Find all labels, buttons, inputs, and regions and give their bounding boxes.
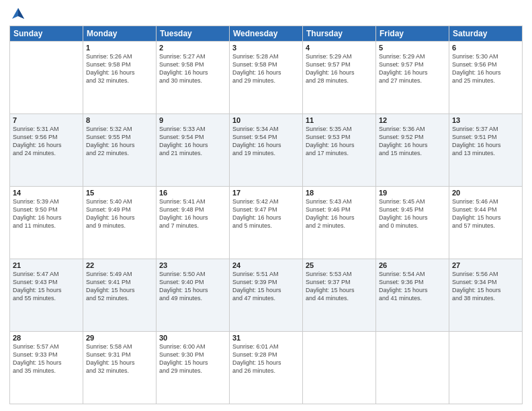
day-info: Sunrise: 5:41 AM Sunset: 9:48 PM Dayligh…: [159, 197, 226, 230]
calendar-cell: 21Sunrise: 5:47 AM Sunset: 9:43 PM Dayli…: [10, 259, 83, 332]
day-number: 8: [86, 116, 153, 124]
day-info: Sunrise: 5:35 AM Sunset: 9:53 PM Dayligh…: [306, 125, 373, 158]
calendar-cell: 25Sunrise: 5:53 AM Sunset: 9:37 PM Dayli…: [303, 259, 376, 332]
day-info: Sunrise: 5:46 AM Sunset: 9:44 PM Dayligh…: [452, 197, 519, 230]
calendar-cell: [449, 332, 523, 404]
day-number: 12: [379, 116, 446, 124]
calendar-cell: 28Sunrise: 5:57 AM Sunset: 9:33 PM Dayli…: [10, 332, 83, 404]
calendar-cell: [376, 332, 449, 404]
day-number: 19: [379, 189, 446, 197]
day-info: Sunrise: 5:30 AM Sunset: 9:56 PM Dayligh…: [452, 52, 519, 85]
week-row-3: 14Sunrise: 5:39 AM Sunset: 9:50 PM Dayli…: [10, 187, 523, 259]
calendar-cell: 14Sunrise: 5:39 AM Sunset: 9:50 PM Dayli…: [10, 187, 83, 259]
day-number: 14: [13, 189, 80, 197]
calendar-cell: 24Sunrise: 5:51 AM Sunset: 9:39 PM Dayli…: [230, 259, 303, 332]
calendar-cell: 11Sunrise: 5:35 AM Sunset: 9:53 PM Dayli…: [303, 114, 376, 187]
day-info: Sunrise: 5:45 AM Sunset: 9:45 PM Dayligh…: [379, 197, 446, 230]
day-info: Sunrise: 5:49 AM Sunset: 9:41 PM Dayligh…: [86, 270, 153, 303]
weekday-monday: Monday: [83, 26, 157, 42]
day-info: Sunrise: 5:57 AM Sunset: 9:33 PM Dayligh…: [13, 342, 80, 375]
day-number: 17: [232, 189, 300, 197]
calendar-cell: 22Sunrise: 5:49 AM Sunset: 9:41 PM Dayli…: [83, 259, 157, 332]
day-info: Sunrise: 5:32 AM Sunset: 9:55 PM Dayligh…: [86, 125, 153, 158]
day-info: Sunrise: 5:56 AM Sunset: 9:34 PM Dayligh…: [452, 270, 519, 303]
day-number: 29: [86, 334, 153, 342]
day-number: 10: [232, 116, 300, 124]
day-info: Sunrise: 6:00 AM Sunset: 9:30 PM Dayligh…: [159, 342, 226, 375]
calendar-cell: [303, 332, 376, 404]
day-info: Sunrise: 5:37 AM Sunset: 9:51 PM Dayligh…: [452, 125, 519, 158]
day-info: Sunrise: 5:33 AM Sunset: 9:54 PM Dayligh…: [159, 125, 226, 158]
calendar-cell: 2Sunrise: 5:27 AM Sunset: 9:58 PM Daylig…: [157, 42, 230, 114]
calendar-cell: 13Sunrise: 5:37 AM Sunset: 9:51 PM Dayli…: [449, 114, 523, 187]
day-number: 2: [159, 44, 226, 52]
calendar-cell: 12Sunrise: 5:36 AM Sunset: 9:52 PM Dayli…: [376, 114, 449, 187]
calendar-cell: 6Sunrise: 5:30 AM Sunset: 9:56 PM Daylig…: [449, 42, 523, 114]
day-info: Sunrise: 5:51 AM Sunset: 9:39 PM Dayligh…: [232, 270, 300, 303]
calendar-cell: 3Sunrise: 5:28 AM Sunset: 9:58 PM Daylig…: [230, 42, 303, 114]
day-number: 6: [452, 44, 519, 52]
day-number: 27: [452, 261, 519, 269]
day-info: Sunrise: 5:50 AM Sunset: 9:40 PM Dayligh…: [159, 270, 226, 303]
day-number: 24: [232, 261, 300, 269]
page: SundayMondayTuesdayWednesdayThursdayFrid…: [0, 0, 532, 411]
logo: [9, 7, 26, 21]
day-number: 7: [13, 116, 80, 124]
day-number: 1: [86, 44, 153, 52]
day-number: 13: [452, 116, 519, 124]
day-number: 30: [159, 334, 226, 342]
calendar-cell: 29Sunrise: 5:58 AM Sunset: 9:31 PM Dayli…: [83, 332, 157, 404]
day-number: 26: [379, 261, 446, 269]
calendar-table: SundayMondayTuesdayWednesdayThursdayFrid…: [9, 26, 523, 404]
calendar-cell: 4Sunrise: 5:29 AM Sunset: 9:57 PM Daylig…: [303, 42, 376, 114]
day-number: 9: [159, 116, 226, 124]
day-info: Sunrise: 6:01 AM Sunset: 9:28 PM Dayligh…: [232, 342, 300, 375]
day-info: Sunrise: 5:53 AM Sunset: 9:37 PM Dayligh…: [306, 270, 373, 303]
day-info: Sunrise: 5:31 AM Sunset: 9:56 PM Dayligh…: [13, 125, 80, 158]
day-number: 11: [306, 116, 373, 124]
calendar-cell: 27Sunrise: 5:56 AM Sunset: 9:34 PM Dayli…: [449, 259, 523, 332]
weekday-tuesday: Tuesday: [157, 26, 230, 42]
week-row-4: 21Sunrise: 5:47 AM Sunset: 9:43 PM Dayli…: [10, 259, 523, 332]
calendar-cell: 16Sunrise: 5:41 AM Sunset: 9:48 PM Dayli…: [157, 187, 230, 259]
day-info: Sunrise: 5:36 AM Sunset: 9:52 PM Dayligh…: [379, 125, 446, 158]
calendar-cell: 30Sunrise: 6:00 AM Sunset: 9:30 PM Dayli…: [157, 332, 230, 404]
day-number: 20: [452, 189, 519, 197]
logo-icon: [11, 7, 26, 21]
day-info: Sunrise: 5:40 AM Sunset: 9:49 PM Dayligh…: [86, 197, 153, 230]
day-info: Sunrise: 5:43 AM Sunset: 9:46 PM Dayligh…: [306, 197, 373, 230]
weekday-header-row: SundayMondayTuesdayWednesdayThursdayFrid…: [10, 26, 523, 42]
weekday-friday: Friday: [376, 26, 449, 42]
day-number: 23: [159, 261, 226, 269]
day-info: Sunrise: 5:27 AM Sunset: 9:58 PM Dayligh…: [159, 52, 226, 85]
day-number: 22: [86, 261, 153, 269]
day-number: 31: [232, 334, 300, 342]
calendar-cell: 5Sunrise: 5:29 AM Sunset: 9:57 PM Daylig…: [376, 42, 449, 114]
calendar-cell: 9Sunrise: 5:33 AM Sunset: 9:54 PM Daylig…: [157, 114, 230, 187]
day-info: Sunrise: 5:47 AM Sunset: 9:43 PM Dayligh…: [13, 270, 80, 303]
day-info: Sunrise: 5:34 AM Sunset: 9:54 PM Dayligh…: [232, 125, 300, 158]
calendar-cell: 26Sunrise: 5:54 AM Sunset: 9:36 PM Dayli…: [376, 259, 449, 332]
calendar-cell: 15Sunrise: 5:40 AM Sunset: 9:49 PM Dayli…: [83, 187, 157, 259]
day-number: 18: [306, 189, 373, 197]
day-info: Sunrise: 5:29 AM Sunset: 9:57 PM Dayligh…: [379, 52, 446, 85]
day-number: 3: [232, 44, 300, 52]
calendar-cell: 23Sunrise: 5:50 AM Sunset: 9:40 PM Dayli…: [157, 259, 230, 332]
calendar-cell: 18Sunrise: 5:43 AM Sunset: 9:46 PM Dayli…: [303, 187, 376, 259]
day-number: 4: [306, 44, 373, 52]
day-number: 21: [13, 261, 80, 269]
day-info: Sunrise: 5:42 AM Sunset: 9:47 PM Dayligh…: [232, 197, 300, 230]
day-info: Sunrise: 5:54 AM Sunset: 9:36 PM Dayligh…: [379, 270, 446, 303]
day-info: Sunrise: 5:29 AM Sunset: 9:57 PM Dayligh…: [306, 52, 373, 85]
day-number: 5: [379, 44, 446, 52]
weekday-thursday: Thursday: [303, 26, 376, 42]
day-number: 28: [13, 334, 80, 342]
day-info: Sunrise: 5:39 AM Sunset: 9:50 PM Dayligh…: [13, 197, 80, 230]
week-row-2: 7Sunrise: 5:31 AM Sunset: 9:56 PM Daylig…: [10, 114, 523, 187]
day-number: 16: [159, 189, 226, 197]
day-number: 25: [306, 261, 373, 269]
calendar-cell: 19Sunrise: 5:45 AM Sunset: 9:45 PM Dayli…: [376, 187, 449, 259]
calendar-cell: 20Sunrise: 5:46 AM Sunset: 9:44 PM Dayli…: [449, 187, 523, 259]
calendar-cell: 10Sunrise: 5:34 AM Sunset: 9:54 PM Dayli…: [230, 114, 303, 187]
day-info: Sunrise: 5:26 AM Sunset: 9:58 PM Dayligh…: [86, 52, 153, 85]
